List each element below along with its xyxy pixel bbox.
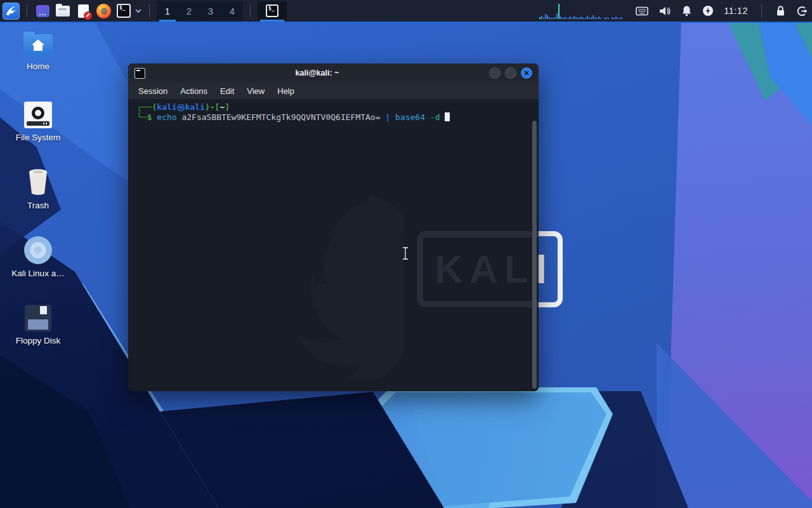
desktop-icon-label: Home xyxy=(27,62,49,71)
kali-menu-icon xyxy=(5,5,17,17)
app-window-icon xyxy=(36,5,49,17)
edit-badge-icon xyxy=(84,11,92,20)
workspace-1[interactable]: 1 xyxy=(157,1,178,20)
graph-bar xyxy=(587,16,588,19)
terminal-titlebar[interactable]: kali@kali: ~ ✕ xyxy=(128,64,539,83)
desktop-icon-floppy-disk[interactable]: Floppy Disk xyxy=(8,305,69,345)
scrollbar-thumb[interactable] xyxy=(532,121,537,389)
trash-can-icon xyxy=(25,168,51,196)
terminal-menubar: Session Actions Edit View Help xyxy=(128,83,539,99)
workspace-switcher: 1 2 3 4 xyxy=(157,1,243,20)
prompt-frame: └─ xyxy=(137,112,147,122)
terminal-cursor xyxy=(445,112,450,121)
graph-bar xyxy=(608,18,609,19)
graph-bar xyxy=(539,17,540,19)
minimize-button[interactable] xyxy=(489,67,501,79)
graph-bar xyxy=(573,16,575,19)
command-echo: echo xyxy=(157,112,176,122)
menu-help[interactable]: Help xyxy=(271,86,301,96)
kali-watermark-frame: KALI xyxy=(417,231,539,307)
graph-bar xyxy=(560,17,561,19)
prompt-line-1: ┌──(kali㉿kali)-[~] xyxy=(137,102,539,112)
desktop-icon-trash[interactable]: Trash xyxy=(8,168,69,210)
file-manager-icon xyxy=(56,6,70,17)
graph-bar xyxy=(613,18,615,19)
keyboard-icon[interactable] xyxy=(636,6,648,16)
prompt-line-2: └─$ echo a2FsaSBBTEw9KEFMTCkgTk9QQVNTV0Q… xyxy=(137,112,539,123)
desktop-icon-home[interactable]: Home xyxy=(8,34,69,71)
desktop-icon-label: Kali Linux a… xyxy=(11,269,64,278)
menu-actions[interactable]: Actions xyxy=(174,86,214,96)
panel-separator xyxy=(250,4,251,18)
launcher-terminal[interactable] xyxy=(115,3,132,19)
maximize-button[interactable] xyxy=(505,67,516,79)
optical-disc-icon xyxy=(24,236,52,264)
graph-bar xyxy=(558,4,560,19)
menu-edit[interactable]: Edit xyxy=(214,86,240,96)
terminal-launcher-icon xyxy=(117,4,131,18)
terminal-content[interactable]: KALI ┌──(kali㉿kali)-[~] └─$ echo a2FsaSB… xyxy=(128,99,539,391)
terminal-scrollbar[interactable] xyxy=(532,121,537,389)
desktop-icon-file-system[interactable]: File System xyxy=(8,102,69,142)
kali-dragon-watermark xyxy=(277,188,404,378)
graph-bar xyxy=(554,17,556,19)
workspace-2[interactable]: 2 xyxy=(178,1,200,20)
command-base64-string: a2FsaSBBTEw9KEFMTCkgTk9QQVNTV0Q6IEFMTAo= xyxy=(181,112,380,122)
workspace-3[interactable]: 3 xyxy=(200,1,221,20)
floppy-disk-icon xyxy=(25,305,51,331)
graph-bar xyxy=(594,17,596,19)
graph-bar xyxy=(606,17,607,19)
graph-bar xyxy=(549,17,550,19)
launcher-text-editor[interactable] xyxy=(75,3,91,19)
notifications-bell-icon[interactable] xyxy=(681,5,692,17)
window-title: kali@kali: ~ xyxy=(145,69,489,77)
desktop-icon-kali-linux[interactable]: Kali Linux a… xyxy=(8,236,69,278)
top-panel: 1 2 3 4 xyxy=(0,0,812,23)
terminal-window: kali@kali: ~ ✕ Session Actions Edit View… xyxy=(128,64,539,391)
panel-separator xyxy=(27,4,27,18)
panel-clock[interactable]: 11:12 xyxy=(724,6,748,16)
graph-bar xyxy=(575,17,577,19)
launcher-app-window[interactable] xyxy=(34,3,51,19)
home-folder-icon xyxy=(23,34,53,57)
command-flag-d: -d xyxy=(430,112,440,122)
prompt-frame: ┌──( xyxy=(137,102,157,112)
desktop-icon-label: Trash xyxy=(27,201,49,210)
graph-bar xyxy=(566,18,567,19)
launcher-firefox[interactable] xyxy=(95,3,112,19)
applications-menu-button[interactable] xyxy=(3,3,20,20)
workspace-4[interactable]: 4 xyxy=(221,1,243,20)
graph-bar xyxy=(579,17,580,19)
power-manager-icon[interactable] xyxy=(702,5,714,17)
graph-bar xyxy=(570,17,571,19)
network-graph[interactable] xyxy=(539,3,625,19)
prompt-at-symbol: ㉿ xyxy=(177,102,185,112)
launcher-file-manager[interactable] xyxy=(55,3,71,19)
command-pipe: | xyxy=(385,112,390,122)
terminal-window-icon xyxy=(134,68,145,79)
logout-icon[interactable] xyxy=(796,5,808,17)
taskbar-terminal-window-button[interactable] xyxy=(258,1,287,20)
prompt-host: kali xyxy=(185,102,205,112)
text-editor-icon xyxy=(78,4,89,18)
kali-watermark-text: KALI xyxy=(435,264,539,274)
graph-bar xyxy=(543,18,544,19)
volume-icon[interactable] xyxy=(658,6,671,17)
mouse-cursor-ibeam xyxy=(401,246,410,260)
close-button[interactable]: ✕ xyxy=(521,67,532,79)
graph-bar xyxy=(553,18,554,19)
firefox-icon xyxy=(96,4,111,18)
graph-bar xyxy=(585,18,586,19)
graph-bar xyxy=(619,18,620,19)
graph-bar xyxy=(598,17,599,19)
graph-bar xyxy=(545,14,546,19)
graph-bar xyxy=(593,15,594,19)
graph-bar xyxy=(547,15,548,19)
lock-icon[interactable] xyxy=(775,5,786,17)
menu-session[interactable]: Session xyxy=(132,86,174,96)
panel-separator xyxy=(149,4,150,18)
menu-view[interactable]: View xyxy=(240,86,271,96)
desktop-background[interactable]: KALI Home File System Trash Kali Linux a… xyxy=(0,0,812,508)
graph-bar xyxy=(562,18,563,19)
chevron-down-icon[interactable] xyxy=(134,8,142,13)
